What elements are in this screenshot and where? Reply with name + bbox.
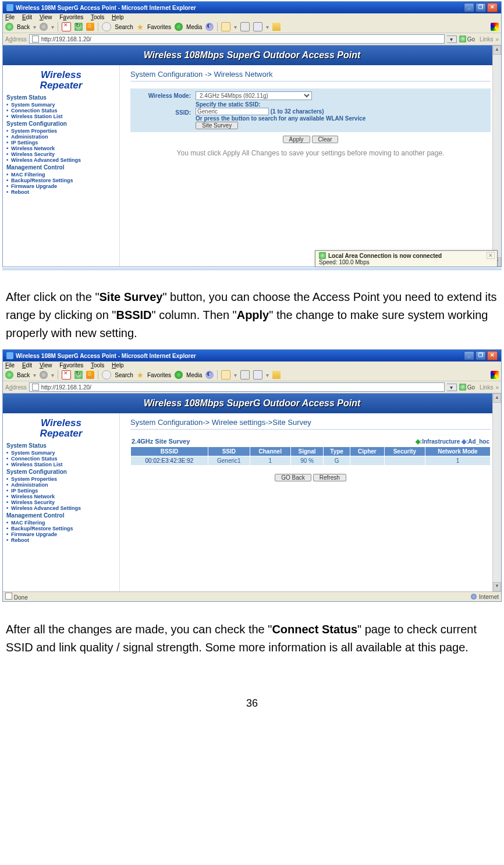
cell-bssid[interactable]: 00:02:E3:42:3E:92 bbox=[131, 456, 208, 466]
close-button[interactable]: ✕ bbox=[487, 3, 498, 12]
sidebar-item-mac-filtering[interactable]: MAC Filtering bbox=[3, 172, 119, 178]
scroll-down-icon[interactable]: ▼ bbox=[493, 582, 501, 591]
sidebar-item-wireless-network[interactable]: Wireless Network bbox=[3, 146, 119, 151]
col-signal[interactable]: Signal bbox=[290, 447, 323, 456]
menu-edit[interactable]: Edit bbox=[22, 14, 32, 20]
go-button[interactable]: Go bbox=[459, 36, 475, 42]
back-label[interactable]: Back bbox=[17, 372, 30, 378]
stop-icon[interactable] bbox=[62, 370, 71, 380]
favorites-label[interactable]: Favorites bbox=[147, 372, 171, 378]
history-icon[interactable] bbox=[205, 23, 214, 31]
go-button[interactable]: Go bbox=[459, 384, 475, 391]
titlebar[interactable]: Wireless 108M SuperG Access Point - Micr… bbox=[3, 2, 501, 13]
sidebar-item-system-properties[interactable]: System Properties bbox=[3, 476, 119, 482]
mail-icon[interactable] bbox=[221, 22, 230, 31]
sidebar-item-wireless-advanced[interactable]: Wireless Advanced Settings bbox=[3, 157, 119, 163]
forward-icon[interactable] bbox=[40, 23, 48, 31]
search-icon[interactable] bbox=[102, 370, 111, 380]
favorites-icon[interactable]: ★ bbox=[137, 371, 144, 380]
links-label[interactable]: Links bbox=[480, 384, 493, 391]
col-channel[interactable]: Channel bbox=[250, 447, 290, 456]
print-icon[interactable] bbox=[240, 370, 250, 380]
sidebar-item-reboot[interactable]: Reboot bbox=[3, 189, 119, 195]
sidebar-item-wireless-advanced[interactable]: Wireless Advanced Settings bbox=[3, 505, 119, 511]
folder-icon[interactable] bbox=[272, 371, 281, 379]
wireless-mode-select[interactable]: 2.4GHz 54Mbps (802.11g) bbox=[196, 91, 312, 100]
sidebar-item-ip-settings[interactable]: IP Settings bbox=[3, 140, 119, 146]
scroll-up-icon[interactable]: ▲ bbox=[493, 393, 501, 403]
sidebar-item-administration[interactable]: Administration bbox=[3, 134, 119, 140]
back-icon[interactable] bbox=[5, 371, 13, 379]
links-label[interactable]: Links bbox=[480, 36, 493, 42]
network-notification[interactable]: ✕ Local Area Connection is now connected… bbox=[315, 250, 498, 267]
menubar[interactable]: File Edit View Favorites Tools Help bbox=[3, 361, 501, 369]
sidebar-item-connection-status[interactable]: Connection Status bbox=[3, 456, 119, 462]
close-button[interactable]: ✕ bbox=[487, 351, 498, 360]
titlebar[interactable]: Wireless 108M SuperG Access Point - Micr… bbox=[3, 350, 501, 361]
search-label[interactable]: Search bbox=[115, 24, 133, 30]
notif-close-icon[interactable]: ✕ bbox=[487, 252, 495, 259]
maximize-button[interactable]: ❐ bbox=[475, 3, 486, 12]
address-input[interactable]: http://192.168.1.20/ bbox=[29, 34, 445, 44]
col-network-mode[interactable]: Network Mode bbox=[425, 447, 491, 456]
media-label[interactable]: Media bbox=[186, 372, 202, 378]
search-icon[interactable] bbox=[102, 22, 111, 31]
edit-icon[interactable] bbox=[253, 370, 262, 380]
sidebar-item-mac-filtering[interactable]: MAC Filtering bbox=[3, 520, 119, 526]
vertical-scrollbar[interactable]: ▲ ▼ bbox=[492, 393, 501, 591]
mail-icon[interactable] bbox=[221, 370, 230, 380]
back-icon[interactable] bbox=[5, 23, 13, 31]
sidebar-item-administration[interactable]: Administration bbox=[3, 482, 119, 488]
refresh-button[interactable]: Refresh bbox=[313, 474, 346, 481]
back-label[interactable]: Back bbox=[17, 24, 30, 30]
sidebar-item-wireless-station-list[interactable]: Wireless Station List bbox=[3, 462, 119, 467]
print-icon[interactable] bbox=[240, 22, 250, 31]
address-input[interactable]: http://192.168.1.20/ bbox=[29, 382, 445, 392]
minimize-button[interactable]: _ bbox=[464, 3, 474, 12]
menubar[interactable]: File Edit View Favorites Tools Help bbox=[3, 13, 501, 21]
address-dropdown[interactable]: ▾ bbox=[447, 36, 457, 43]
favorites-icon[interactable]: ★ bbox=[137, 23, 144, 31]
forward-icon[interactable] bbox=[40, 371, 48, 379]
media-label[interactable]: Media bbox=[186, 24, 202, 30]
col-ssid[interactable]: SSID bbox=[208, 447, 250, 456]
menu-favorites[interactable]: Favorites bbox=[59, 362, 83, 368]
minimize-button[interactable]: _ bbox=[464, 351, 474, 360]
sidebar-item-ip-settings[interactable]: IP Settings bbox=[3, 488, 119, 494]
history-icon[interactable] bbox=[205, 371, 214, 379]
col-type[interactable]: Type bbox=[324, 447, 350, 456]
sidebar-item-wireless-network[interactable]: Wireless Network bbox=[3, 494, 119, 499]
sidebar-item-connection-status[interactable]: Connection Status bbox=[3, 108, 119, 114]
col-security[interactable]: Security bbox=[384, 447, 425, 456]
vertical-scrollbar[interactable]: ▲ ▼ bbox=[492, 45, 501, 267]
sidebar-item-backup-restore[interactable]: Backup/Restore Settings bbox=[3, 178, 119, 183]
menu-view[interactable]: View bbox=[40, 362, 52, 368]
sidebar-item-wireless-security[interactable]: Wireless Security bbox=[3, 151, 119, 157]
menu-help[interactable]: Help bbox=[112, 362, 124, 368]
edit-icon[interactable] bbox=[253, 22, 262, 31]
sidebar-item-system-summary[interactable]: System Summary bbox=[3, 102, 119, 108]
ssid-input[interactable] bbox=[196, 108, 269, 115]
sidebar-item-system-properties[interactable]: System Properties bbox=[3, 128, 119, 134]
menu-file[interactable]: File bbox=[5, 14, 15, 20]
sidebar-item-firmware-upgrade[interactable]: Firmware Upgrade bbox=[3, 183, 119, 189]
media-icon[interactable] bbox=[175, 23, 183, 31]
menu-view[interactable]: View bbox=[40, 14, 52, 20]
menu-help[interactable]: Help bbox=[112, 14, 124, 20]
apply-button[interactable]: Apply bbox=[283, 136, 310, 143]
search-label[interactable]: Search bbox=[115, 372, 133, 378]
stop-icon[interactable] bbox=[62, 22, 71, 31]
menu-tools[interactable]: Tools bbox=[91, 362, 104, 368]
menu-file[interactable]: File bbox=[5, 362, 15, 368]
folder-icon[interactable] bbox=[272, 23, 281, 31]
home-icon[interactable] bbox=[86, 23, 94, 31]
sidebar-item-wireless-security[interactable]: Wireless Security bbox=[3, 499, 119, 505]
sidebar-item-wireless-station-list[interactable]: Wireless Station List bbox=[3, 114, 119, 119]
col-cipher[interactable]: Cipher bbox=[350, 447, 385, 456]
media-icon[interactable] bbox=[175, 371, 183, 379]
table-row[interactable]: 00:02:E3:42:3E:92 Generic1 1 90 % G 1 bbox=[131, 456, 491, 466]
go-back-button[interactable]: GO Back bbox=[275, 474, 311, 481]
sidebar-item-system-summary[interactable]: System Summary bbox=[3, 450, 119, 456]
menu-favorites[interactable]: Favorites bbox=[59, 14, 83, 20]
favorites-label[interactable]: Favorites bbox=[147, 24, 171, 30]
